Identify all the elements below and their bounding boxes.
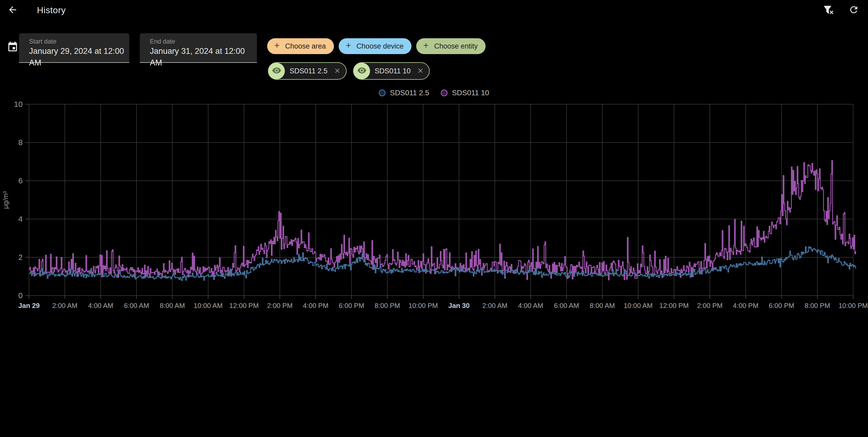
- arrow-left-icon: [7, 4, 18, 16]
- choose-device-chip[interactable]: Choose device: [339, 38, 412, 54]
- back-button[interactable]: [6, 4, 19, 17]
- svg-text:6: 6: [18, 176, 23, 185]
- svg-text:6:00 AM: 6:00 AM: [554, 302, 579, 310]
- history-chart-svg[interactable]: Jan 292:00 AM4:00 AM6:00 AM8:00 AM10:00 …: [0, 101, 868, 313]
- remove-entity-button[interactable]: [333, 67, 341, 75]
- svg-text:6:00 AM: 6:00 AM: [124, 302, 149, 310]
- legend-label: SDS011 10: [452, 89, 489, 97]
- page-title: History: [37, 0, 66, 20]
- svg-text:8:00 PM: 8:00 PM: [804, 302, 830, 310]
- svg-text:8: 8: [18, 138, 23, 147]
- end-date-label: End date: [150, 37, 257, 46]
- legend-item-sds011-10[interactable]: SDS011 10: [441, 89, 489, 97]
- plus-icon: [422, 41, 430, 51]
- svg-text:12:00 PM: 12:00 PM: [229, 302, 259, 310]
- svg-text:8:00 AM: 8:00 AM: [160, 302, 185, 310]
- svg-text:µg/m³: µg/m³: [2, 191, 9, 209]
- choose-area-label: Choose area: [285, 42, 326, 50]
- end-date-field[interactable]: End date January 31, 2024 at 12:00 AM: [140, 33, 257, 63]
- start-date-label: Start date: [29, 37, 129, 46]
- plus-icon: [344, 41, 352, 51]
- svg-text:10:00 AM: 10:00 AM: [624, 302, 653, 310]
- app-header: History: [0, 0, 868, 20]
- svg-text:8:00 PM: 8:00 PM: [374, 302, 400, 310]
- svg-text:10:00 PM: 10:00 PM: [838, 302, 868, 310]
- entity-chip-label: SDS011 2.5: [289, 67, 328, 75]
- svg-text:6:00 PM: 6:00 PM: [769, 302, 795, 310]
- entity-chips-row: SDS011 2.5 SDS011 10: [268, 62, 430, 80]
- svg-text:4:00 PM: 4:00 PM: [303, 302, 329, 310]
- svg-text:2:00 PM: 2:00 PM: [697, 302, 723, 310]
- svg-text:4:00 AM: 4:00 AM: [88, 302, 113, 310]
- choose-entity-label: Choose entity: [434, 42, 478, 50]
- start-date-field[interactable]: Start date January 29, 2024 at 12:00 AM: [19, 33, 129, 63]
- visibility-toggle[interactable]: [354, 63, 370, 79]
- eye-icon: [272, 66, 281, 76]
- history-page: History Start date January 29, 2024 at 1…: [0, 0, 868, 437]
- history-chart[interactable]: Jan 292:00 AM4:00 AM6:00 AM8:00 AM10:00 …: [0, 101, 868, 313]
- start-date-value: January 29, 2024 at 12:00 AM: [29, 46, 129, 68]
- svg-text:4:00 AM: 4:00 AM: [518, 302, 543, 310]
- refresh-icon: [848, 4, 859, 16]
- close-icon: [334, 67, 341, 75]
- refresh-button[interactable]: [847, 4, 860, 17]
- svg-text:4:00 PM: 4:00 PM: [733, 302, 758, 310]
- svg-text:10:00 AM: 10:00 AM: [194, 302, 223, 310]
- legend-item-sds011-2-5[interactable]: SDS011 2.5: [379, 89, 429, 97]
- svg-text:8:00 AM: 8:00 AM: [590, 302, 615, 310]
- remove-entity-button[interactable]: [416, 67, 424, 75]
- choose-device-label: Choose device: [356, 42, 404, 50]
- svg-text:12:00 PM: 12:00 PM: [659, 302, 689, 310]
- legend-marker-purple: [441, 89, 447, 96]
- calendar-icon: [7, 41, 19, 53]
- svg-text:0: 0: [18, 291, 23, 300]
- svg-text:10: 10: [14, 101, 23, 109]
- plus-icon: [273, 41, 281, 51]
- svg-text:2: 2: [18, 253, 23, 262]
- legend-label: SDS011 2.5: [390, 89, 429, 97]
- entity-chip-sds011-2-5[interactable]: SDS011 2.5: [268, 62, 347, 80]
- svg-text:Jan 29: Jan 29: [19, 302, 40, 310]
- end-date-value: January 31, 2024 at 12:00 AM: [150, 46, 257, 68]
- filter-chips-row: Choose area Choose device Choose entity: [267, 38, 486, 54]
- choose-entity-chip[interactable]: Choose entity: [416, 38, 486, 54]
- choose-area-chip[interactable]: Choose area: [267, 38, 334, 54]
- chart-legend: SDS011 2.5 SDS011 10: [0, 89, 868, 97]
- entity-chip-sds011-10[interactable]: SDS011 10: [353, 62, 430, 80]
- close-icon: [417, 67, 424, 75]
- entity-chip-label: SDS011 10: [375, 67, 411, 75]
- svg-text:Jan 30: Jan 30: [448, 302, 470, 310]
- filter-remove-icon: [823, 4, 834, 16]
- legend-marker-blue: [379, 89, 385, 96]
- eye-icon: [357, 66, 367, 76]
- svg-text:10:00 PM: 10:00 PM: [408, 302, 438, 310]
- remove-filters-button[interactable]: [822, 4, 835, 17]
- svg-text:6:00 PM: 6:00 PM: [339, 302, 364, 310]
- svg-text:2:00 AM: 2:00 AM: [482, 302, 507, 310]
- svg-text:4: 4: [18, 214, 23, 223]
- svg-text:2:00 PM: 2:00 PM: [267, 302, 293, 310]
- svg-text:2:00 AM: 2:00 AM: [52, 302, 77, 310]
- visibility-toggle[interactable]: [269, 63, 285, 79]
